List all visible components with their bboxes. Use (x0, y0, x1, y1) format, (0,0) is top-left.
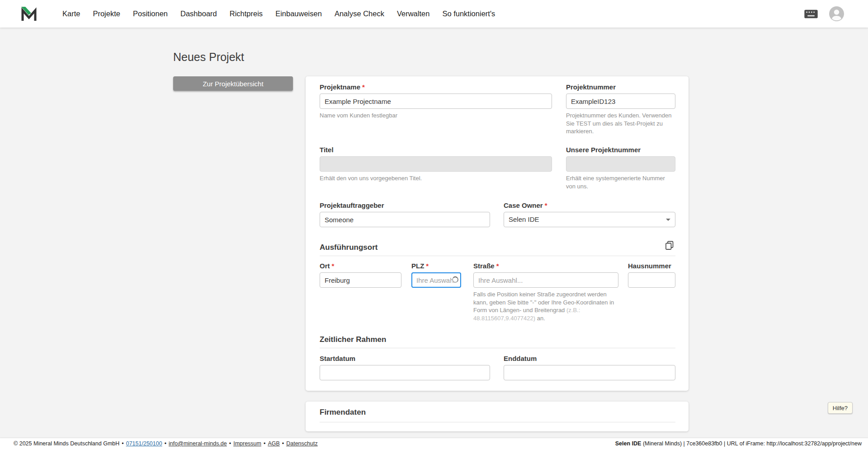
projektname-helper: Name vom Kunden festlegbar (320, 112, 552, 120)
section-divider (320, 348, 675, 348)
nav-item-projekte[interactable]: Projekte (93, 9, 120, 18)
required-marker: * (545, 201, 547, 209)
titel-helper: Erhält den von uns vorgegebenen Titel. (320, 174, 552, 182)
enddatum-label: Enddatum (504, 355, 675, 363)
section-divider (320, 256, 675, 256)
footer-datenschutz-link[interactable]: Datenschutz (286, 440, 317, 447)
strasse-input[interactable] (473, 272, 618, 288)
section-firmendaten: Firmendaten (320, 408, 366, 417)
required-marker: * (332, 262, 335, 270)
projektname-field: Projektname* Name vom Kunden festlegbar (320, 83, 552, 120)
projektnummer-label: Projektnummer (566, 83, 675, 91)
plz-field: PLZ* (411, 262, 461, 288)
page-title: Neues Projekt (173, 51, 244, 64)
required-marker: * (426, 262, 429, 270)
firmendaten-card: Firmendaten (306, 402, 689, 431)
nav-item-analyse-check[interactable]: Analyse Check (335, 9, 384, 18)
footer-left: © 2025 Mineral Minds Deutschland GmbH • … (14, 440, 318, 447)
nav-item-verwalten[interactable]: Verwalten (397, 9, 429, 18)
keyboard-icon[interactable] (804, 9, 818, 19)
app-logo[interactable] (20, 5, 38, 23)
hausnummer-label: Hausnummer (628, 262, 675, 270)
ort-label: Ort* (320, 262, 401, 270)
new-project-form-card: Projektname* Name vom Kunden festlegbar … (306, 76, 689, 391)
titel-input (320, 156, 552, 172)
ort-input[interactable] (320, 272, 401, 288)
titel-label: Titel (320, 146, 552, 154)
hausnummer-field: Hausnummer (628, 262, 675, 288)
footer-agb-link[interactable]: AGB (268, 440, 279, 447)
plz-label: PLZ* (411, 262, 461, 270)
footer-phone-link[interactable]: 07151/250100 (126, 440, 162, 447)
startdatum-label: Startdatum (320, 355, 490, 363)
projektauftraggeber-field: Projektauftraggeber (320, 201, 490, 227)
projektauftraggeber-label: Projektauftraggeber (320, 201, 490, 210)
nav-item-so-funktionierts[interactable]: So funktioniert's (442, 9, 495, 18)
footer-session-info: Selen IDE (Mineral Minds) | 7ce360e83fb0… (615, 440, 862, 447)
section-zeitlicher-rahmen: Zeitlicher Rahmen (320, 335, 386, 344)
section-ausfuehrungsort: Ausführungsort (320, 243, 377, 252)
unsere-projektnummer-input (566, 156, 675, 172)
nav-item-positionen[interactable]: Positionen (133, 9, 168, 18)
copy-icon[interactable] (663, 239, 676, 252)
unsere-projektnummer-field: Unsere Projektnummer Erhält eine systemg… (566, 146, 675, 190)
unsere-projektnummer-label: Unsere Projektnummer (566, 146, 675, 154)
enddatum-field: Enddatum (504, 355, 675, 380)
case-owner-selected-value: Selen IDE (509, 215, 539, 223)
navbar-right-icons (804, 0, 844, 28)
projektname-input[interactable] (320, 94, 552, 109)
projektnummer-field: Projektnummer Projektnummer des Kunden. … (566, 83, 675, 136)
unsere-projektnummer-helper: Erhält eine systemgenerierte Nummer von … (566, 174, 675, 190)
footer-copyright: © 2025 Mineral Minds Deutschland GmbH (14, 440, 119, 447)
startdatum-field: Startdatum (320, 355, 490, 380)
enddatum-input[interactable] (504, 365, 675, 380)
footer-user-name: Selen IDE (615, 440, 642, 447)
footer-impressum-link[interactable]: Impressum (233, 440, 261, 447)
strasse-helper: Falls die Position keiner Straße zugeord… (473, 290, 618, 322)
ort-field: Ort* (320, 262, 401, 288)
required-marker: * (362, 83, 365, 91)
footer-email-link[interactable]: info@mineral-minds.de (169, 440, 227, 447)
strasse-label: Straße* (473, 262, 618, 270)
nav-item-einbauweisen[interactable]: Einbauweisen (275, 9, 322, 18)
nav-item-richtpreis[interactable]: Richtpreis (230, 9, 263, 18)
startdatum-input[interactable] (320, 365, 490, 380)
hausnummer-input[interactable] (628, 272, 675, 288)
loading-spinner-icon (452, 276, 458, 283)
titel-field: Titel Erhält den von uns vorgegebenen Ti… (320, 146, 552, 182)
main-nav: Karte Projekte Positionen Dashboard Rich… (62, 0, 495, 28)
case-owner-field: Case Owner* Selen IDE (504, 201, 675, 227)
projektnummer-helper: Projektnummer des Kunden. Verwenden Sie … (566, 112, 675, 136)
projektnummer-input[interactable] (566, 94, 675, 109)
nav-item-dashboard[interactable]: Dashboard (180, 9, 217, 18)
projektauftraggeber-input[interactable] (320, 212, 490, 227)
nav-item-karte[interactable]: Karte (62, 9, 80, 18)
chevron-down-icon (666, 219, 670, 221)
page-footer: © 2025 Mineral Minds Deutschland GmbH • … (0, 438, 868, 449)
section-divider (320, 422, 675, 422)
mineral-minds-logo-icon (20, 5, 38, 23)
required-marker: * (496, 262, 499, 270)
case-owner-select[interactable]: Selen IDE (504, 212, 675, 227)
case-owner-label: Case Owner* (504, 201, 675, 210)
projektname-label: Projektname* (320, 83, 552, 91)
project-overview-button[interactable]: Zur Projektübersicht (173, 76, 293, 91)
top-navbar: Karte Projekte Positionen Dashboard Rich… (0, 0, 868, 28)
strasse-field: Straße* Falls die Position keiner Straße… (473, 262, 618, 322)
help-button[interactable]: Hilfe? (828, 402, 853, 414)
account-avatar-icon[interactable] (829, 6, 844, 21)
